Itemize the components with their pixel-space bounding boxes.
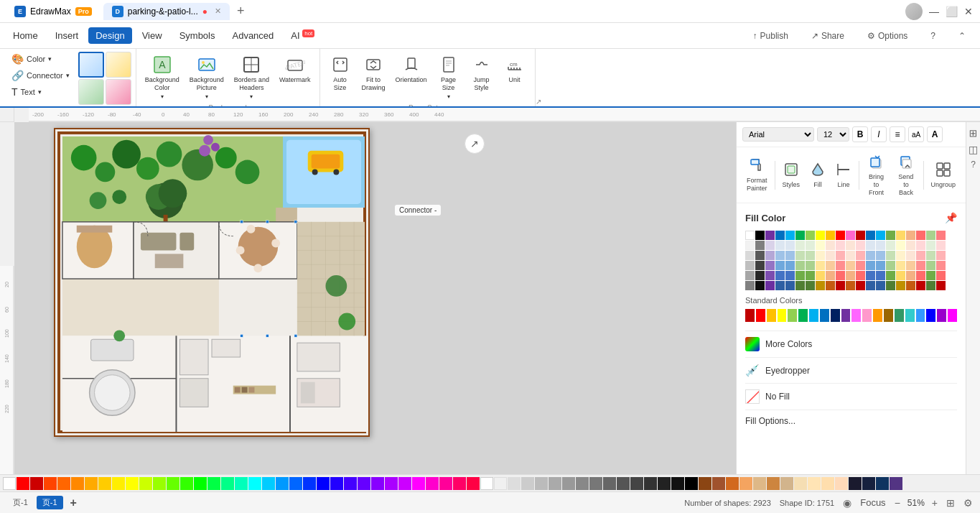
page-size-btn[interactable]: PageSize ▾ — [433, 52, 465, 103]
cr2-13[interactable] — [866, 241, 875, 250]
cr4-18[interactable] — [916, 261, 925, 270]
cr2-8[interactable] — [816, 241, 825, 250]
pal-41[interactable] — [562, 477, 575, 490]
fill-btn[interactable]: Fill — [806, 160, 830, 190]
pal-39[interactable] — [535, 477, 548, 490]
right-strip-btn2[interactable]: ◫ — [969, 144, 978, 155]
cr3-18[interactable] — [916, 251, 925, 260]
color-orange[interactable] — [826, 231, 835, 240]
pal-15[interactable] — [207, 477, 220, 490]
pal-38[interactable] — [521, 477, 534, 490]
std-color-aqua[interactable] — [905, 309, 915, 322]
pal-44[interactable] — [603, 477, 616, 490]
std-color-brown[interactable] — [884, 309, 893, 322]
beautify-swatch-2[interactable] — [106, 52, 131, 78]
cr6-3[interactable] — [765, 281, 775, 290]
color-lightgreen[interactable] — [806, 231, 815, 240]
pal-33[interactable] — [453, 477, 466, 490]
cr2-17[interactable] — [906, 241, 915, 250]
zoom-in-btn[interactable]: + — [932, 497, 938, 509]
pal-27[interactable] — [371, 477, 384, 490]
cr3-20[interactable] — [936, 251, 946, 260]
cr3-9[interactable] — [826, 251, 835, 260]
color-darkred[interactable] — [856, 231, 865, 240]
cr2-9[interactable] — [826, 241, 835, 250]
eyedropper-btn[interactable]: 💉 Eyedropper — [745, 361, 957, 380]
watermark-btn[interactable]: WATER Watermark — [275, 52, 315, 86]
bring-front-btn[interactable]: Bring toFront — [862, 152, 890, 198]
std-color-cornblue[interactable] — [916, 309, 925, 322]
std-color-lime[interactable] — [788, 309, 797, 322]
ribbon-color-btn[interactable]: 🎨 Color ▾ — [7, 52, 74, 66]
cr3-12[interactable] — [856, 251, 865, 260]
cr3-7[interactable] — [806, 251, 815, 260]
pal-46[interactable] — [630, 477, 643, 490]
cr3-5[interactable] — [785, 251, 795, 260]
cr2-10[interactable] — [836, 241, 845, 250]
cr4-12[interactable] — [856, 261, 865, 270]
pal-26[interactable] — [358, 477, 370, 490]
std-color-red[interactable] — [756, 309, 765, 322]
cr5-2[interactable] — [755, 271, 765, 280]
cr5-20[interactable] — [936, 271, 946, 280]
pal-transparent[interactable] — [3, 477, 16, 490]
menu-ai[interactable]: AI hot — [284, 27, 322, 44]
focus-btn[interactable]: Focus — [860, 497, 885, 508]
cr6-10[interactable] — [836, 281, 845, 290]
cr3-2[interactable] — [755, 251, 765, 260]
expand-canvas-btn[interactable]: ↗ — [465, 134, 485, 154]
cr3-13[interactable] — [866, 251, 875, 260]
pal-2[interactable] — [30, 477, 43, 490]
cr2-1[interactable] — [745, 241, 755, 250]
italic-btn[interactable]: I — [871, 126, 887, 142]
cr3-15[interactable] — [886, 251, 895, 260]
cr4-3[interactable] — [765, 261, 775, 270]
cr4-1[interactable] — [745, 261, 755, 270]
color-purple[interactable] — [765, 231, 775, 240]
cr5-9[interactable] — [826, 271, 835, 280]
pal-62[interactable] — [849, 477, 862, 490]
jump-style-btn[interactable]: JumpStyle — [466, 52, 498, 95]
font-size-select[interactable]: 12 — [817, 127, 849, 142]
color-sky[interactable] — [876, 231, 885, 240]
pal-31[interactable] — [426, 477, 439, 490]
minimize-btn[interactable]: — — [928, 6, 940, 17]
cr6-12[interactable] — [856, 281, 865, 290]
cr4-7[interactable] — [806, 261, 815, 270]
cr4-2[interactable] — [755, 261, 765, 270]
cr5-12[interactable] — [856, 271, 865, 280]
color-salmon[interactable] — [936, 231, 946, 240]
settings-icon[interactable]: ⚙ — [963, 497, 973, 509]
menu-insert[interactable]: Insert — [48, 27, 86, 44]
cr3-10[interactable] — [836, 251, 845, 260]
cr5-11[interactable] — [846, 271, 855, 280]
cr2-15[interactable] — [886, 241, 895, 250]
menu-advanced[interactable]: Advanced — [225, 27, 281, 44]
pal-49[interactable] — [671, 477, 684, 490]
fill-options-btn[interactable]: Fill Options... — [745, 413, 957, 429]
pal-19[interactable] — [262, 477, 275, 490]
std-color-orange[interactable] — [767, 309, 776, 322]
menu-view[interactable]: View — [135, 27, 169, 44]
cr5-5[interactable] — [785, 271, 795, 280]
cr2-4[interactable] — [775, 241, 785, 250]
collapse-ribbon-btn[interactable]: ⌃ — [950, 28, 974, 44]
publish-btn[interactable]: ↑ Publish — [745, 28, 797, 44]
cr6-18[interactable] — [916, 281, 925, 290]
pal-21[interactable] — [289, 477, 302, 490]
cr4-6[interactable] — [795, 261, 805, 270]
maximize-btn[interactable]: ⬜ — [946, 6, 957, 17]
cr5-6[interactable] — [795, 271, 805, 280]
cr4-10[interactable] — [836, 261, 845, 270]
pal-37[interactable] — [508, 477, 521, 490]
pal-36[interactable] — [494, 477, 507, 490]
close-btn[interactable]: ✕ — [963, 6, 974, 17]
color-olive[interactable] — [886, 231, 895, 240]
font-family-select[interactable]: Arial — [742, 127, 814, 142]
cr6-20[interactable] — [936, 281, 946, 290]
pal-34[interactable] — [467, 477, 480, 490]
format-painter-btn[interactable]: FormatPainter — [742, 155, 772, 195]
std-color-blue2[interactable] — [926, 309, 935, 322]
cr6-4[interactable] — [775, 281, 785, 290]
styles-btn[interactable]: Styles — [778, 160, 804, 190]
